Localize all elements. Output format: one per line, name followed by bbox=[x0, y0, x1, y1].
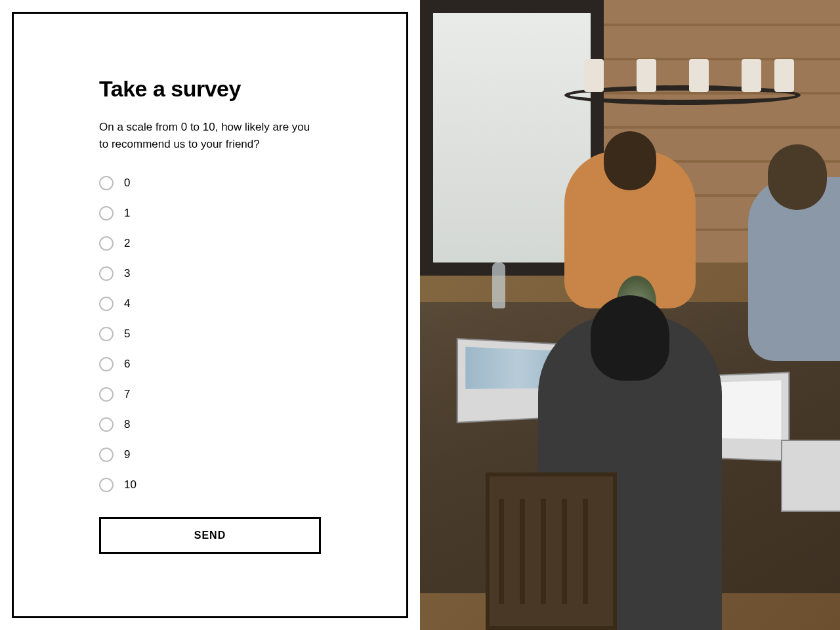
radio-option-3[interactable]: 3 bbox=[99, 266, 321, 281]
radio-option-6[interactable]: 6 bbox=[99, 357, 321, 371]
survey-card: Take a survey On a scale from 0 to 10, h… bbox=[12, 12, 408, 618]
radio-option-2[interactable]: 2 bbox=[99, 236, 321, 251]
radio-circle-icon bbox=[99, 297, 114, 311]
radio-label: 6 bbox=[124, 358, 130, 371]
survey-panel: Take a survey On a scale from 0 to 10, h… bbox=[0, 0, 420, 630]
radio-option-9[interactable]: 9 bbox=[99, 448, 321, 462]
radio-circle-icon bbox=[99, 387, 114, 402]
radio-option-1[interactable]: 1 bbox=[99, 206, 321, 220]
radio-option-4[interactable]: 4 bbox=[99, 297, 321, 311]
radio-circle-icon bbox=[99, 176, 114, 190]
radio-option-10[interactable]: 10 bbox=[99, 478, 321, 492]
radio-label: 3 bbox=[124, 267, 130, 280]
send-button[interactable]: SEND bbox=[99, 517, 321, 554]
radio-label: 7 bbox=[124, 388, 130, 401]
radio-label: 9 bbox=[124, 448, 130, 461]
radio-circle-icon bbox=[99, 417, 114, 432]
radio-label: 0 bbox=[124, 177, 130, 190]
radio-label: 4 bbox=[124, 297, 130, 310]
radio-option-7[interactable]: 7 bbox=[99, 387, 321, 402]
survey-question: On a scale from 0 to 10, how likely are … bbox=[99, 119, 321, 154]
radio-group: 0 1 2 3 4 5 6 bbox=[99, 176, 321, 492]
radio-circle-icon bbox=[99, 448, 114, 462]
radio-label: 8 bbox=[124, 418, 130, 431]
survey-title: Take a survey bbox=[99, 76, 321, 102]
hero-image bbox=[420, 0, 840, 630]
radio-circle-icon bbox=[99, 266, 114, 281]
radio-circle-icon bbox=[99, 327, 114, 341]
radio-label: 5 bbox=[124, 327, 130, 341]
radio-option-0[interactable]: 0 bbox=[99, 176, 321, 190]
radio-circle-icon bbox=[99, 206, 114, 220]
radio-label: 2 bbox=[124, 237, 130, 250]
radio-circle-icon bbox=[99, 236, 114, 251]
radio-label: 10 bbox=[124, 478, 136, 492]
photo-scene bbox=[420, 0, 840, 630]
radio-option-5[interactable]: 5 bbox=[99, 327, 321, 341]
radio-option-8[interactable]: 8 bbox=[99, 417, 321, 432]
radio-label: 1 bbox=[124, 207, 130, 220]
radio-circle-icon bbox=[99, 478, 114, 492]
radio-circle-icon bbox=[99, 357, 114, 371]
